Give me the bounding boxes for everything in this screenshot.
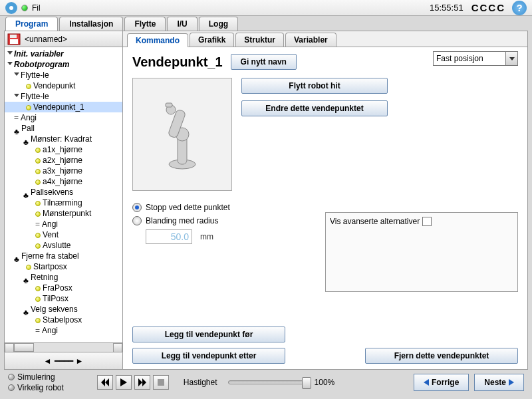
- subtab-graphics[interactable]: Grafikk: [190, 33, 234, 47]
- footer-bar: Simulering Virkelig robot Hastighet 100%…: [0, 370, 532, 395]
- show-advanced-checkbox[interactable]: Vis avanserte alternativer: [330, 217, 513, 226]
- subtab-variables[interactable]: Variabler: [285, 33, 336, 47]
- svg-rect-2: [10, 39, 18, 44]
- play-button[interactable]: [116, 375, 132, 390]
- tree-item-c3[interactable]: a3x_hjørne: [5, 166, 122, 176]
- change-waypoint-button[interactable]: Endre dette vendepunktet: [241, 100, 388, 116]
- top-menubar: Fil 15:55:51 CCCC ?: [0, 0, 532, 16]
- radio-icon[interactable]: [132, 203, 142, 212]
- skip-forward-button[interactable]: [134, 375, 150, 390]
- waypoint-title: Vendepunkt_1: [132, 55, 223, 70]
- radio-icon[interactable]: [8, 374, 15, 380]
- advanced-panel: Vis avanserte alternativer: [325, 212, 518, 292]
- tree-item-robotprogram[interactable]: Robotprogram: [5, 59, 122, 70]
- next-button[interactable]: Neste: [474, 374, 524, 391]
- tree-item-wait[interactable]: Vent: [5, 229, 122, 240]
- rename-button[interactable]: Gi nytt navn: [231, 54, 297, 70]
- speed-slider[interactable]: [228, 380, 308, 384]
- tree-item-startposx[interactable]: Startposx: [5, 261, 122, 272]
- scroll-thumb[interactable]: [14, 343, 34, 352]
- tree-nav-bar: ◄ ━━━━ ►: [5, 352, 122, 369]
- tree-item-c4[interactable]: a4x_hjørne: [5, 176, 122, 187]
- tree-item-init[interactable]: Init. variabler: [5, 49, 122, 59]
- tree-item-pattern[interactable]: ♣Mønster: Kvadrat: [5, 134, 122, 144]
- tree-nav-dashes: ━━━━: [55, 356, 73, 366]
- sub-tabs: Kommando Grafikk Struktur Variabler: [123, 31, 527, 47]
- tree-item-move1[interactable]: Flytte-le: [5, 70, 122, 80]
- command-panel: Fast posisjon Vendepunkt_1 Gi nytt navn: [123, 47, 527, 369]
- scroll-right-icon[interactable]: [113, 343, 122, 352]
- move-robot-here-button[interactable]: Flytt robot hit: [241, 78, 388, 94]
- tree-item-direction[interactable]: ♣Retning: [5, 272, 122, 283]
- scroll-left-icon[interactable]: [5, 343, 14, 352]
- checkbox-icon[interactable]: [422, 217, 432, 226]
- blend-radius-input[interactable]: [146, 229, 192, 244]
- stop-button[interactable]: [153, 375, 169, 390]
- tab-installation[interactable]: Installasjon: [59, 17, 123, 31]
- tree-item-wp0[interactable]: Vendepunkt: [5, 80, 122, 91]
- add-waypoint-before-button[interactable]: Legg til vendepunkt før: [132, 327, 285, 342]
- save-icon[interactable]: [7, 33, 21, 45]
- tab-program[interactable]: Program: [5, 17, 58, 31]
- skip-back-button[interactable]: [97, 375, 113, 390]
- tree-item-depallet[interactable]: ♣Fjerne fra stabel: [5, 251, 122, 261]
- tree-item-set3[interactable]: =Angi: [5, 325, 122, 336]
- position-type-combo[interactable]: Fast posisjon: [433, 51, 518, 66]
- speed-label: Hastighet: [184, 378, 217, 387]
- tree-item-set2[interactable]: =Angi: [5, 219, 122, 229]
- prev-button[interactable]: Forrige: [414, 374, 469, 391]
- subtab-structure[interactable]: Struktur: [235, 33, 284, 47]
- tree-hscroll[interactable]: [5, 342, 122, 352]
- tree-item-wp1[interactable]: Vendepunkt_1: [5, 102, 122, 112]
- tree-item-stackseq[interactable]: ♣Velg sekvens: [5, 304, 122, 315]
- mode-real-robot[interactable]: Virkelig robot: [8, 383, 64, 392]
- tree-item-c1[interactable]: a1x_hjørne: [5, 144, 122, 155]
- clock-label: 15:55:51: [430, 3, 464, 13]
- main-tabs: Program Installasjon Flytte I/U Logg: [0, 16, 532, 31]
- chevron-down-icon[interactable]: [505, 52, 517, 65]
- tree-item-c2[interactable]: a2x_hjørne: [5, 155, 122, 166]
- svg-rect-9: [158, 379, 164, 386]
- tree-item-stabelposx[interactable]: Stabelposx: [5, 315, 122, 325]
- tree-item-fraposx[interactable]: FraPosx: [5, 283, 122, 293]
- tree-nav-left-icon[interactable]: ◄: [44, 356, 52, 366]
- tab-move[interactable]: Flytte: [124, 17, 166, 31]
- tree-toolbar: <unnamed>: [5, 31, 122, 47]
- speed-value: 100%: [315, 378, 335, 387]
- tree-item-approach[interactable]: Tilnærming: [5, 198, 122, 208]
- slider-thumb-icon[interactable]: [302, 377, 311, 389]
- remove-waypoint-button[interactable]: Fjern dette vendepunktet: [365, 348, 518, 364]
- tree-item-tilposx[interactable]: TilPosx: [5, 293, 122, 304]
- tree-item-set1[interactable]: =Angi: [5, 112, 122, 123]
- add-waypoint-after-button[interactable]: Legg til vendepunkt etter: [132, 348, 285, 364]
- tree-item-patternpt[interactable]: Mønsterpunkt: [5, 208, 122, 219]
- tree-item-exit[interactable]: Avslutte: [5, 240, 122, 251]
- program-tree-pane: <unnamed> Init. variabler Robotprogram F…: [5, 31, 123, 369]
- tree-item-pallseq[interactable]: ♣Pallsekvens: [5, 187, 122, 198]
- tree-item-pall[interactable]: ♣Pall: [5, 123, 122, 134]
- cccc-label: CCCC: [471, 2, 505, 13]
- subtab-command[interactable]: Kommando: [127, 33, 188, 47]
- filename-label: <unnamed>: [25, 35, 67, 44]
- unit-label: mm: [200, 232, 213, 241]
- tree-item-move2[interactable]: Flytte-le: [5, 91, 122, 102]
- radio-stop-at-point[interactable]: Stopp ved dette punktet: [132, 203, 518, 212]
- ur-logo-icon: [5, 2, 17, 14]
- tree-nav-right-icon[interactable]: ►: [76, 356, 84, 366]
- program-tree[interactable]: Init. variabler Robotprogram Flytte-le V…: [5, 47, 122, 342]
- radio-icon[interactable]: [8, 384, 15, 391]
- status-dot-icon: [21, 5, 28, 11]
- tab-log[interactable]: Logg: [199, 17, 238, 31]
- help-icon[interactable]: ?: [512, 1, 527, 15]
- tab-io[interactable]: I/U: [167, 17, 197, 31]
- menu-fil[interactable]: Fil: [32, 3, 41, 13]
- svg-rect-8: [166, 103, 172, 107]
- radio-icon[interactable]: [132, 216, 142, 225]
- svg-rect-1: [10, 35, 17, 38]
- mode-simulation[interactable]: Simulering: [8, 372, 64, 382]
- robot-preview-icon: [132, 78, 232, 191]
